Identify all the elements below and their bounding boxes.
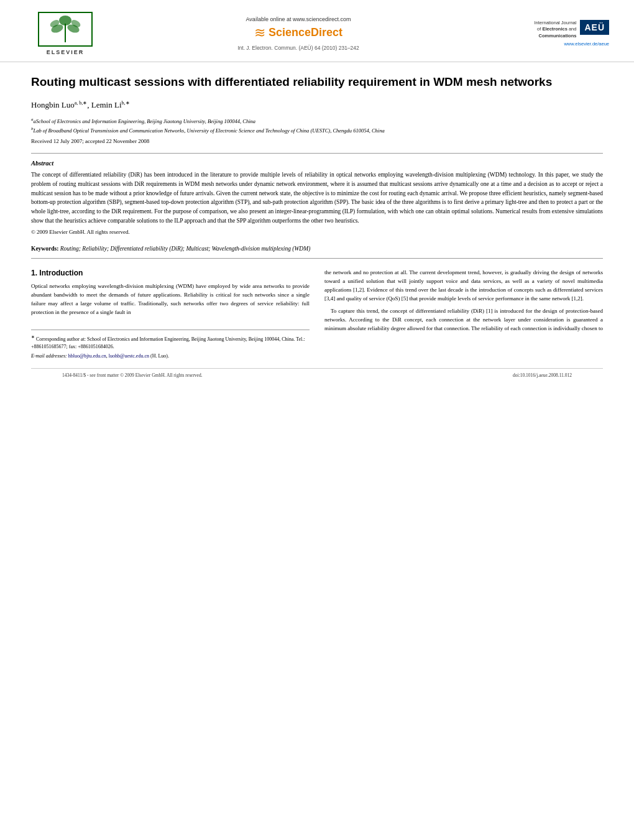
journal-ref: Int. J. Electron. Commun. (AEÜ) 64 (2010… bbox=[106, 45, 491, 51]
sciencedirect-icon: ≋ bbox=[254, 25, 265, 41]
aeu-description-block: International Journalof Electronics andC… bbox=[534, 20, 576, 40]
keywords: Keywords: Routing; Reliability; Differen… bbox=[31, 246, 603, 252]
svg-point-2 bbox=[59, 16, 71, 25]
received-dates: Received 12 July 2007; accepted 22 Novem… bbox=[31, 138, 603, 144]
section1-heading: 1. Introduction bbox=[31, 269, 310, 277]
section1-col1-text: Optical networks employing wavelength-di… bbox=[31, 282, 310, 317]
affiliation-a: aaSchool of Electronics and Information … bbox=[31, 116, 603, 126]
email-attribution: (H. Luo). bbox=[150, 353, 169, 359]
elsevier-logo: ELSEVIER bbox=[25, 11, 106, 55]
abstract-title: Abstract bbox=[31, 160, 603, 167]
email1-link[interactable]: hbluo@bjtu.edu.cn bbox=[68, 353, 106, 359]
available-online-text: Available online at www.sciencedirect.co… bbox=[106, 16, 491, 22]
main-content: Routing multicast sessions with differen… bbox=[0, 62, 634, 394]
keywords-values: Routing; Reliability; Differentiated rel… bbox=[60, 246, 311, 252]
column-right: the network and no protection at all. Th… bbox=[324, 269, 603, 361]
aeu-logo: International Journalof Electronics andC… bbox=[491, 20, 609, 40]
keywords-label: Keywords: bbox=[31, 246, 58, 252]
elsevier-logo-svg bbox=[37, 11, 93, 47]
elsevier-label: ELSEVIER bbox=[47, 49, 85, 55]
affiliations: aaSchool of Electronics and Information … bbox=[31, 116, 603, 134]
header: ELSEVIER Available online at www.science… bbox=[0, 0, 634, 62]
two-column-section: 1. Introduction Optical networks employi… bbox=[31, 269, 603, 361]
col2-para2: To capture this trend, the concept of di… bbox=[324, 307, 603, 333]
col1-para1: Optical networks employing wavelength-di… bbox=[31, 282, 310, 317]
column-left: 1. Introduction Optical networks employi… bbox=[31, 269, 310, 361]
elsevier-logo-block: ELSEVIER bbox=[25, 11, 106, 55]
aeu-box: AEÜ bbox=[580, 20, 609, 35]
header-center: Available online at www.sciencedirect.co… bbox=[106, 16, 491, 51]
issn-text: 1434-8411/$ - see front matter © 2009 El… bbox=[62, 372, 203, 378]
divider-bottom bbox=[31, 258, 603, 259]
article-title: Routing multicast sessions with differen… bbox=[31, 75, 603, 90]
author1-name: Hongbin Luo bbox=[31, 100, 75, 109]
header-right: International Journalof Electronics andC… bbox=[491, 20, 609, 47]
author1-affil: a, b,∗ bbox=[75, 100, 88, 106]
affiliation-b: bLab of Broadband Optical Transmission a… bbox=[31, 126, 603, 135]
section1-col2-text: the network and no protection at all. Th… bbox=[324, 269, 603, 333]
email-label: E-mail addresses: bbox=[31, 353, 67, 359]
bottom-bar: 1434-8411/$ - see front matter © 2009 El… bbox=[31, 368, 603, 382]
email2-link[interactable]: luohb@uestc.edu.cn bbox=[109, 353, 149, 359]
footnote-area: ∗ Corresponding author at: School of Ele… bbox=[31, 330, 310, 360]
authors-line: Hongbin Luoa, b,∗, Lemin Lib,∗ bbox=[31, 100, 603, 110]
author2-affil: b,∗ bbox=[122, 100, 130, 106]
col2-para1: the network and no protection at all. Th… bbox=[324, 269, 603, 303]
sciencedirect-logo: ≋ ScienceDirect bbox=[106, 25, 491, 41]
abstract-section: Abstract The concept of differentiated r… bbox=[31, 160, 603, 237]
divider-top bbox=[31, 153, 603, 154]
doi-text: doi:10.1016/j.aeue.2008.11.012 bbox=[513, 372, 572, 378]
abstract-body: The concept of differentiated reliabilit… bbox=[31, 170, 603, 225]
footnote-email: E-mail addresses: hbluo@bjtu.edu.cn, luo… bbox=[31, 353, 310, 360]
copyright: © 2009 Elsevier GmbH. All rights reserve… bbox=[31, 228, 603, 237]
website-link[interactable]: www.elsevier.de/aeue bbox=[491, 41, 609, 47]
footnote-corresponding: ∗ Corresponding author at: School of Ele… bbox=[31, 334, 310, 351]
aeu-description: International Journalof Electronics andC… bbox=[534, 20, 576, 40]
page: ELSEVIER Available online at www.science… bbox=[0, 0, 634, 840]
author2-name: Lemin Li bbox=[91, 100, 122, 109]
sciencedirect-label: ScienceDirect bbox=[269, 26, 342, 39]
